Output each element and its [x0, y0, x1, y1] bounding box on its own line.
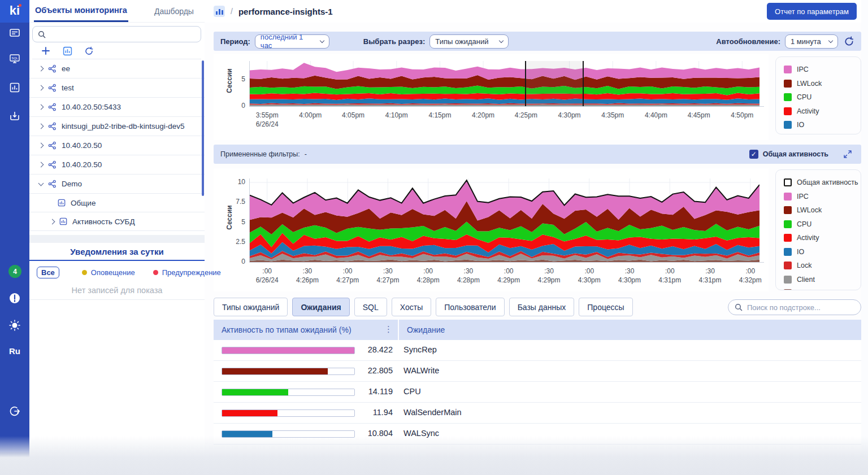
applied-filters-value: -: [305, 150, 307, 158]
network-node-icon: [48, 141, 57, 150]
tree-item-активность-субд[interactable]: Активность СУБД: [29, 212, 205, 231]
legend-item-cpu[interactable]: CPU: [784, 217, 861, 232]
report-by-params-button[interactable]: Отчет по параметрам: [767, 3, 857, 20]
alerts-icon[interactable]: [8, 291, 21, 305]
tab-dashboards[interactable]: Дашборды: [154, 0, 194, 22]
tree-item-общие[interactable]: Общие: [29, 194, 205, 212]
filter-alert[interactable]: Оповещение: [82, 268, 135, 277]
chevron-right-icon[interactable]: [38, 143, 44, 149]
tab-sql[interactable]: SQL: [354, 298, 387, 316]
tab-базы-данных[interactable]: Базы данных: [509, 298, 575, 316]
activity-bar-fill: [222, 389, 288, 395]
legend-item-io[interactable]: IO: [784, 245, 861, 259]
legend-item-общая-активность[interactable]: Общая активность: [784, 176, 861, 190]
dashboard-view-icon[interactable]: [62, 45, 73, 56]
activity-value: 11.94: [349, 408, 393, 417]
theme-toggle-icon[interactable]: [8, 319, 21, 332]
table-search-input[interactable]: [747, 303, 854, 312]
download-icon[interactable]: [8, 109, 21, 123]
x-tick-label: :004:32pm: [725, 267, 776, 285]
tab-ожидания[interactable]: Ожидания: [292, 298, 349, 316]
legend-label: CPU: [797, 93, 811, 101]
dashboard-icon: [59, 217, 67, 225]
legend-item-ipc[interactable]: IPC: [784, 63, 861, 77]
table-row-cpu[interactable]: 14.119CPU: [214, 382, 861, 403]
activity-value: 22.805: [349, 366, 393, 375]
period-dropdown[interactable]: последний 1 час: [255, 34, 329, 49]
tree-item-10-40-20-50[interactable]: 10.40.20.50: [29, 136, 205, 155]
table-row-walsendermain[interactable]: 11.94WalSenderMain: [214, 403, 861, 424]
table-row-walwrite[interactable]: 22.805WALWrite: [214, 361, 861, 382]
objects-search-input[interactable]: [50, 30, 196, 38]
autorefresh-value: 1 минута: [791, 37, 824, 46]
slice-dropdown[interactable]: Типы ожиданий: [429, 34, 509, 49]
legend-item-cpu[interactable]: CPU: [784, 90, 861, 104]
chevron-right-icon[interactable]: [38, 124, 44, 129]
app-logo[interactable]: ki: [0, 0, 29, 23]
language-switcher[interactable]: Ru: [0, 346, 29, 356]
legend-label: LWLock: [797, 206, 822, 214]
tab-процессы[interactable]: Процессы: [579, 298, 632, 316]
collapse-sidebar-button[interactable]: [0, 452, 29, 475]
legend-label: Client: [797, 276, 815, 284]
tree-item-10-40-20-50[interactable]: 10.40.20.50: [29, 155, 205, 175]
filter-warning-label: Предупреждение: [162, 268, 221, 277]
svg-text:SQL: SQL: [11, 56, 18, 60]
filter-all-button[interactable]: Все: [37, 267, 59, 278]
legend-item-activity[interactable]: Activity: [784, 104, 861, 119]
refresh-tree-icon[interactable]: [83, 45, 94, 56]
legend-item-activity[interactable]: Activity: [784, 231, 861, 245]
chevron-right-icon[interactable]: [38, 104, 44, 110]
tree-item-kintsugi-pub2-tribe-db-kintsugi-dev5[interactable]: kintsugi_pub2-tribe-db-kintsugi-dev5: [29, 117, 205, 136]
add-object-icon[interactable]: [40, 45, 51, 56]
table-row-walsync[interactable]: 10.804WALSync: [214, 424, 861, 445]
tree-item-label: test: [62, 84, 74, 92]
detail-chart-plot[interactable]: [250, 178, 760, 262]
chevron-down-icon: [828, 38, 833, 42]
tree-item-demo[interactable]: Demo: [29, 175, 205, 194]
chevron-down-icon[interactable]: [38, 180, 44, 186]
tree-item-10-40-20-50-5433[interactable]: 10.40.20.50:5433: [29, 98, 205, 117]
servers-icon[interactable]: [8, 26, 21, 40]
expand-chart-icon[interactable]: [843, 150, 852, 159]
panel-gap: [29, 235, 205, 243]
logo-dot: [19, 4, 21, 7]
chevron-right-icon[interactable]: [50, 219, 55, 224]
total-activity-checkbox[interactable]: ✓ Общая активность: [749, 150, 828, 159]
legend-swatch-icon: [784, 80, 792, 88]
legend-label: IPC: [797, 193, 809, 201]
legend-item-ipc[interactable]: IPC: [784, 190, 861, 204]
legend-item-lwlock[interactable]: LWLock: [784, 77, 861, 91]
tree-scrollbar[interactable]: [202, 60, 204, 196]
filter-warning[interactable]: Предупреждение: [153, 268, 221, 277]
refresh-icon[interactable]: [844, 36, 854, 47]
tree-item-test[interactable]: test: [29, 79, 205, 98]
autorefresh-dropdown[interactable]: 1 минута: [785, 34, 838, 49]
legend-item-client[interactable]: Client: [784, 273, 861, 287]
table-row-syncrep[interactable]: 28.422SyncRep: [214, 340, 861, 361]
legend-item-lwlock[interactable]: LWLock: [784, 203, 861, 217]
breadcrumb: / performance-insights-1: [214, 0, 333, 23]
table-header: Активность по типам ожиданий (%) ⋮ Ожида…: [214, 320, 861, 340]
activity-bar-fill: [222, 347, 354, 354]
kebab-menu-icon[interactable]: ⋮: [384, 324, 392, 334]
logout-icon[interactable]: [8, 404, 21, 418]
legend-swatch-icon: [784, 262, 792, 269]
time-brush-selection[interactable]: [525, 61, 584, 106]
tab-типы-ожиданий[interactable]: Типы ожиданий: [214, 298, 288, 316]
chevron-right-icon[interactable]: [38, 85, 44, 91]
legend-item-io[interactable]: IO: [784, 118, 861, 132]
legend-item-timeout[interactable]: Timeout: [784, 286, 861, 290]
tree-item-ee[interactable]: ee: [29, 59, 205, 79]
tab-пользователи[interactable]: Пользователи: [436, 298, 504, 316]
tab-хосты[interactable]: Хосты: [392, 298, 431, 316]
bar-chart-icon[interactable]: [8, 81, 21, 94]
chevron-right-icon[interactable]: [38, 162, 44, 168]
notification-count-badge[interactable]: 4: [8, 265, 21, 278]
overview-chart-legend: IPCLWLockCPUActivityIO: [775, 56, 861, 134]
chevron-right-icon[interactable]: [38, 66, 44, 72]
legend-item-lock[interactable]: Lock: [784, 259, 861, 273]
tab-monitoring-objects[interactable]: Объекты мониторинга: [34, 0, 128, 22]
overview-chart-plot[interactable]: [250, 61, 760, 106]
sql-monitor-icon[interactable]: SQL: [8, 52, 21, 66]
